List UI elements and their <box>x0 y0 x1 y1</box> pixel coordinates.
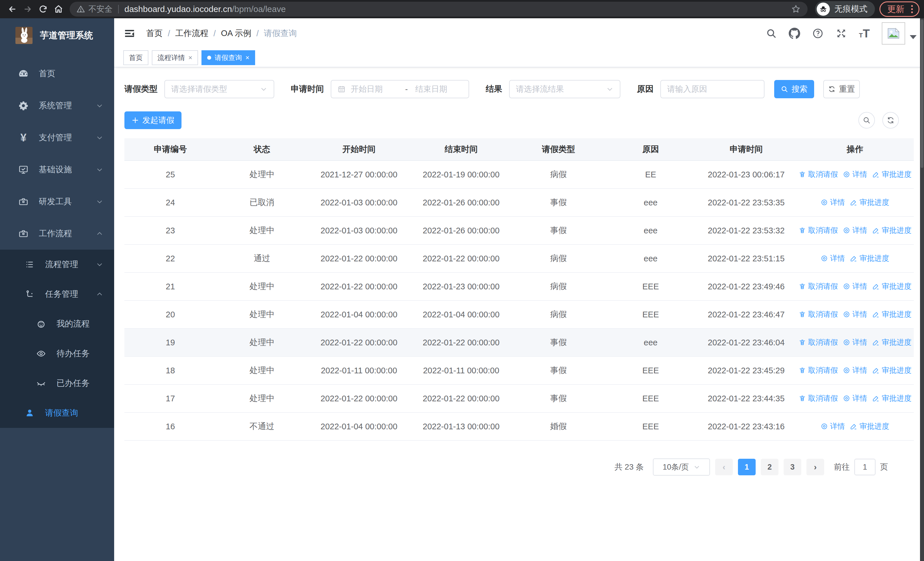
progress-action-link[interactable]: 审批进度 <box>872 169 912 179</box>
close-icon[interactable]: × <box>188 54 192 62</box>
leave-type-select[interactable]: 请选择请假类型 <box>164 80 274 98</box>
search-button[interactable]: 搜索 <box>774 80 814 98</box>
sidebar-item-payment[interactable]: ¥ 支付管理 <box>0 122 114 154</box>
detail-action-link[interactable]: 详情 <box>843 337 867 347</box>
page-button-1[interactable]: 1 <box>738 459 756 475</box>
refresh-table-button[interactable] <box>882 112 899 129</box>
reason-cell: eee <box>605 188 696 217</box>
cancel-action-link[interactable]: 取消请假 <box>799 393 838 403</box>
browser-reload-icon[interactable] <box>35 2 51 17</box>
view-icon <box>843 339 850 346</box>
detail-action-link[interactable]: 详情 <box>843 281 867 291</box>
cancel-action-link[interactable]: 取消请假 <box>799 226 838 235</box>
sidebar-item-process-mgmt[interactable]: 流程管理 <box>0 250 114 279</box>
page-size-select[interactable]: 10条/页 <box>653 459 710 475</box>
detail-action-link[interactable]: 详情 <box>843 226 867 235</box>
fullscreen-icon[interactable] <box>836 28 847 39</box>
tab-home[interactable]: 首页 <box>123 50 148 65</box>
leave-type-cell: 事假 <box>512 188 605 217</box>
browser-scrollbar[interactable] <box>920 18 924 561</box>
request-id-cell: 23 <box>124 217 216 245</box>
table-row: 17处理中2022-01-22 00:00:002022-01-22 00:00… <box>124 385 914 412</box>
security-label: 不安全 <box>88 4 112 15</box>
detail-action-link[interactable]: 详情 <box>821 197 845 208</box>
browser-home-icon[interactable] <box>51 2 66 17</box>
progress-action-link[interactable]: 审批进度 <box>850 253 889 263</box>
cancel-action-link[interactable]: 取消请假 <box>799 365 838 375</box>
progress-action-link[interactable]: 审批进度 <box>872 365 912 375</box>
sidebar-item-todo-tasks[interactable]: 待办任务 <box>0 339 114 368</box>
sidebar-item-leave-query[interactable]: 请假查询 <box>0 398 114 428</box>
progress-action-link[interactable]: 审批进度 <box>872 281 912 291</box>
pen-icon <box>872 283 879 290</box>
breadcrumb-workflow[interactable]: 工作流程 <box>175 28 208 39</box>
toggle-search-button[interactable] <box>858 112 875 129</box>
detail-action-link[interactable]: 详情 <box>843 365 867 375</box>
table-row: 23处理中2022-01-03 00:00:002022-01-26 00:00… <box>124 217 914 245</box>
browser-back-icon[interactable] <box>4 2 20 17</box>
header-search-icon[interactable] <box>766 28 777 39</box>
user-menu[interactable] <box>882 22 916 45</box>
progress-action-link[interactable]: 审批进度 <box>872 226 912 235</box>
reset-button[interactable]: 重置 <box>823 80 860 98</box>
help-icon[interactable] <box>812 28 824 39</box>
sidebar-item-my-process[interactable]: 我的流程 <box>0 309 114 339</box>
browser-update-button[interactable]: 更新 <box>879 2 920 17</box>
breadcrumb-home[interactable]: 首页 <box>146 28 163 39</box>
request-id-cell: 20 <box>124 301 216 328</box>
bookmark-star-icon[interactable] <box>791 4 801 14</box>
font-size-icon[interactable]: TT <box>859 27 870 40</box>
chevron-down-icon <box>96 261 103 268</box>
start-time-cell: 2022-01-04 00:00:00 <box>308 301 410 328</box>
sidebar-item-done-tasks[interactable]: 已办任务 <box>0 368 114 398</box>
page-button-2[interactable]: 2 <box>761 459 778 475</box>
progress-action-link[interactable]: 审批进度 <box>872 309 912 319</box>
end-time-cell: 2022-01-26 00:00:00 <box>410 217 512 245</box>
scrollbar-thumb[interactable] <box>921 20 923 168</box>
breadcrumb-current: 请假查询 <box>264 28 297 39</box>
browser-menu-icon[interactable] <box>909 5 915 13</box>
sidebar-item-infra[interactable]: 基础设施 <box>0 154 114 186</box>
cancel-action-link[interactable]: 取消请假 <box>799 337 838 347</box>
progress-action-link[interactable]: 审批进度 <box>872 337 912 347</box>
apply-time-range-picker[interactable]: 开始日期 - 结束日期 <box>331 80 469 98</box>
sidebar-item-system[interactable]: 系统管理 <box>0 90 114 122</box>
tab-process-detail[interactable]: 流程详情× <box>152 50 198 65</box>
next-page-button[interactable]: › <box>806 459 824 475</box>
sidebar-item-devtools[interactable]: 研发工具 <box>0 186 114 218</box>
address-bar[interactable]: 不安全 dashboard.yudao.iocoder.cn/bpm/oa/le… <box>70 2 808 17</box>
github-icon[interactable] <box>789 28 800 39</box>
sidebar-collapse-icon[interactable] <box>123 27 136 40</box>
sidebar-item-workflow[interactable]: 工作流程 <box>0 218 114 250</box>
progress-action-link[interactable]: 审批进度 <box>872 393 912 403</box>
app-title: 芋道管理系统 <box>40 29 93 41</box>
progress-action-link[interactable]: 审批进度 <box>850 197 889 208</box>
request-id-cell: 25 <box>124 161 216 188</box>
prev-page-button[interactable]: ‹ <box>715 459 733 475</box>
create-leave-button[interactable]: 发起请假 <box>124 111 182 129</box>
sidebar-item-task-mgmt[interactable]: 任务管理 <box>0 279 114 309</box>
detail-action-link[interactable]: 详情 <box>821 421 845 431</box>
progress-action-link[interactable]: 审批进度 <box>850 421 889 431</box>
table-row: 20处理中2022-01-04 00:00:002022-01-04 00:00… <box>124 301 914 328</box>
cancel-action-link[interactable]: 取消请假 <box>799 281 838 291</box>
sidebar-item-home[interactable]: 首页 <box>0 58 114 90</box>
breadcrumb-oa-example[interactable]: OA 示例 <box>221 28 251 39</box>
detail-action-link[interactable]: 详情 <box>843 309 867 319</box>
page-button-3[interactable]: 3 <box>784 459 801 475</box>
jump-page-input[interactable]: 1 <box>854 459 876 475</box>
detail-action-link[interactable]: 详情 <box>843 393 867 403</box>
cancel-action-link[interactable]: 取消请假 <box>799 309 838 319</box>
tab-leave-query[interactable]: 请假查询× <box>201 50 255 65</box>
view-icon <box>821 199 828 206</box>
security-chip[interactable]: 不安全 <box>76 4 112 15</box>
reason-input[interactable]: 请输入原因 <box>660 80 765 98</box>
cancel-action-link[interactable]: 取消请假 <box>799 169 838 179</box>
browser-forward-icon[interactable] <box>20 2 35 17</box>
detail-action-link[interactable]: 详情 <box>843 169 867 179</box>
gear-icon <box>18 100 29 111</box>
detail-action-link[interactable]: 详情 <box>821 253 845 263</box>
app-logo[interactable]: 芋道管理系统 <box>0 18 114 53</box>
result-select[interactable]: 请选择流结果 <box>509 80 620 98</box>
close-icon[interactable]: × <box>245 54 249 62</box>
